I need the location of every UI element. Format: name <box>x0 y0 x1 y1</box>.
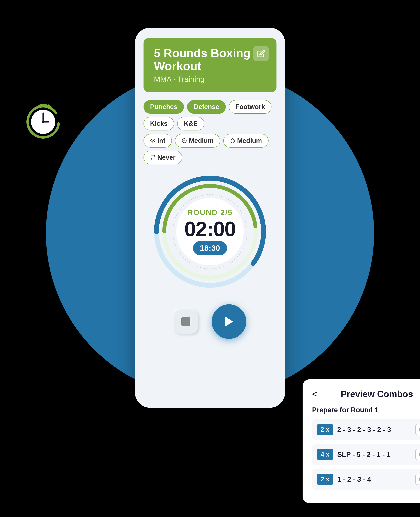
combo-count-2: 4 x <box>317 449 333 460</box>
tag-defense[interactable]: Defense <box>187 100 226 114</box>
workout-subtitle: MMA · Training <box>154 75 268 84</box>
combo-count-3: 2 x <box>317 474 333 485</box>
preview-panel: < Preview Combos Prepare for Round 1 2 x… <box>303 379 420 503</box>
timer-inner: ROUND 2/5 02:00 18:30 <box>184 208 236 255</box>
round-label: ROUND 2/5 <box>187 208 233 217</box>
combo-play-2[interactable] <box>415 449 420 460</box>
combo-play-1[interactable] <box>415 424 420 435</box>
combo-count-1: 2 x <box>317 424 333 435</box>
workout-card: 5 Rounds Boxing Workout MMA · Training <box>143 38 277 92</box>
svg-point-9 <box>185 140 185 140</box>
panel-header: < Preview Combos <box>312 389 420 399</box>
tags-row-2: Int Medium Medium Never <box>143 134 277 164</box>
tags-container: Punches Defense Footwork Kicks K&E Int M… <box>143 100 277 164</box>
combo-sequence-1: 2 - 3 - 2 - 3 - 2 - 3 <box>337 426 411 433</box>
combo-play-3[interactable] <box>415 474 420 485</box>
svg-marker-16 <box>225 316 233 327</box>
workout-title: 5 Rounds Boxing Workout <box>154 47 268 73</box>
play-button[interactable] <box>212 304 246 339</box>
timer-outer: ROUND 2/5 02:00 18:30 <box>151 173 269 290</box>
edit-button[interactable] <box>253 46 269 61</box>
combo-item-1: 2 x 2 - 3 - 2 - 3 - 2 - 3 <box>312 419 420 440</box>
tag-level[interactable]: Int <box>143 134 172 148</box>
tag-repeat[interactable]: Never <box>143 151 182 164</box>
stop-button[interactable] <box>174 310 198 334</box>
svg-point-4 <box>42 121 45 123</box>
combo-sequence-2: SLP - 5 - 2 - 1 - 1 <box>337 451 411 458</box>
stop-icon <box>181 317 190 326</box>
phone: 5 Rounds Boxing Workout MMA · Training P… <box>135 28 285 408</box>
back-button[interactable]: < <box>312 389 317 398</box>
tag-ke[interactable]: K&E <box>177 117 204 130</box>
controls <box>174 304 246 339</box>
tag-kicks[interactable]: Kicks <box>143 117 174 130</box>
tag-intensity[interactable]: Medium <box>175 134 220 148</box>
tags-row-1: Punches Defense Footwork Kicks K&E <box>143 100 277 130</box>
tag-footwork[interactable]: Footwork <box>229 100 271 114</box>
combo-item-3: 2 x 1 - 2 - 3 - 4 <box>312 469 420 490</box>
svg-point-8 <box>183 140 184 140</box>
timer-icon <box>24 102 62 140</box>
round-prep-label: Prepare for Round 1 <box>312 406 420 414</box>
total-time-badge: 18:30 <box>193 241 227 255</box>
timer-area: ROUND 2/5 02:00 18:30 <box>143 173 277 290</box>
combo-sequence-3: 1 - 2 - 3 - 4 <box>337 476 411 483</box>
time-display: 02:00 <box>184 219 236 239</box>
combo-item-2: 4 x SLP - 5 - 2 - 1 - 1 <box>312 444 420 465</box>
tag-punches[interactable]: Punches <box>143 100 184 114</box>
panel-title: Preview Combos <box>322 389 420 399</box>
scene: 5 Rounds Boxing Workout MMA · Training P… <box>0 0 420 517</box>
svg-point-6 <box>152 140 154 141</box>
tag-hydration[interactable]: Medium <box>223 134 269 148</box>
